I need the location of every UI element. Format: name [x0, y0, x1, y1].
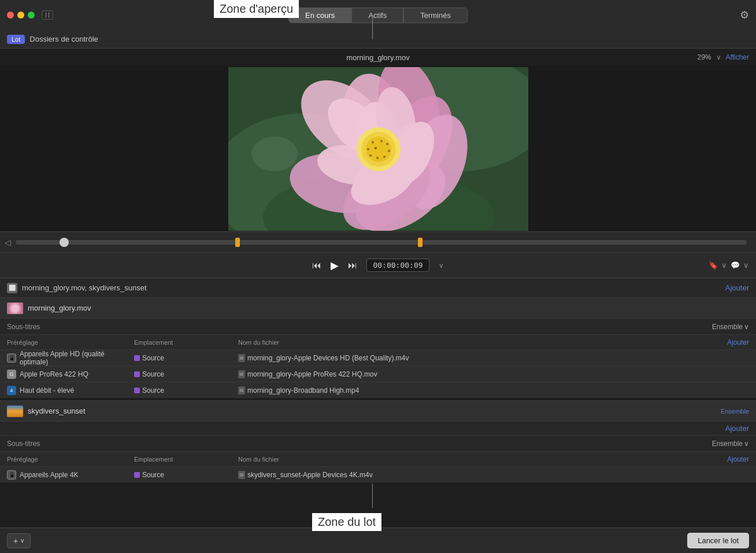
file-1-subtitles-label: Sous-titres: [7, 323, 40, 331]
filename-text-3: morning_glory-Broadband High.mp4: [247, 386, 359, 395]
batch-icon: ⬜: [7, 283, 17, 293]
file-2-name: skydivers_sunset: [28, 407, 86, 415]
batch-title: morning_glory.mov, skydivers_sunset: [22, 283, 147, 292]
settings-icon[interactable]: ⚙: [740, 9, 749, 21]
file-icon-sky-1: ▤: [238, 471, 245, 479]
col-location-header-2: Emplacement: [134, 456, 238, 463]
location-icon-sky-1: [134, 472, 140, 478]
preset-4-icon: 4: [7, 386, 16, 395]
preview-filename: morning_glory.mov: [346, 53, 410, 62]
file-1-thumbnail: [7, 303, 23, 314]
location-icon-3: [134, 388, 140, 393]
col-location-header: Emplacement: [134, 339, 238, 346]
file-2-thumbnail: [7, 405, 23, 417]
svg-point-29: [376, 157, 379, 159]
location-text-2: Source: [142, 370, 164, 378]
preview-area: [0, 66, 756, 231]
dossiers-link[interactable]: Dossiers de contrôle: [29, 35, 98, 43]
skip-back-button[interactable]: ⏮: [312, 260, 321, 271]
location-cell-3: Source: [134, 386, 238, 395]
bottom-bar: + ∨ Lancer le lot: [0, 528, 756, 553]
svg-point-25: [380, 140, 383, 142]
skip-forward-button[interactable]: ⏭: [348, 260, 357, 271]
filename-cell-1: ▤ morning_glory-Apple Devices HD (Best Q…: [238, 354, 749, 362]
location-text-3: Source: [142, 386, 164, 395]
batch-ajouter-button[interactable]: Ajouter: [725, 283, 749, 292]
preset-name-sky-1: Appareils Apple 4K: [20, 471, 134, 479]
svg-point-32: [375, 147, 377, 149]
location-cell-1: Source: [134, 354, 238, 362]
location-text-sky-1: Source: [142, 471, 164, 479]
chevron-down-icon: ∨: [20, 537, 24, 544]
preset-name-3: Haut débit - élevé: [20, 386, 134, 395]
table-row: G Apple ProRes 422 HQ Source ▤ morning_g…: [0, 366, 756, 382]
timecode-display: 00:00:00:09: [366, 259, 429, 272]
file-1-ensemble-button[interactable]: Ensemble ∨: [712, 323, 749, 331]
svg-point-23: [366, 137, 391, 162]
file-2-header: skydivers_sunset Ensemble: [0, 400, 756, 421]
launch-button[interactable]: Lancer le lot: [687, 533, 749, 548]
table-row: 4 Haut débit - élevé Source ▤ morning_gl…: [0, 382, 756, 398]
view-button[interactable]: Afficher: [726, 53, 749, 61]
annotation-line-bottom: [372, 484, 373, 508]
file-1-ajouter-button[interactable]: Ajouter: [727, 338, 749, 346]
file-1-name: morning_glory.mov: [28, 304, 91, 312]
col-preset-header: Préréglage: [7, 339, 134, 346]
preview-controls-right: 29% ∨ Afficher: [698, 53, 750, 61]
timeline-marker-2: [418, 238, 423, 247]
add-button[interactable]: + ∨: [7, 533, 31, 548]
svg-point-31: [367, 148, 369, 150]
tab-actifs[interactable]: Actifs: [351, 8, 403, 23]
flower-svg: [228, 67, 528, 231]
preset-phone-icon: 📱: [7, 353, 16, 363]
tab-termines[interactable]: Terminés: [403, 8, 468, 23]
file-2-ajouter-btn-2[interactable]: Ajouter: [727, 455, 749, 463]
timeline-start-icon[interactable]: ◁: [5, 238, 11, 247]
preset-g-icon: G: [7, 370, 16, 379]
flower-thumb: [7, 303, 23, 314]
batch-header: ⬜ morning_glory.mov, skydivers_sunset Aj…: [0, 278, 756, 297]
svg-point-26: [386, 143, 388, 145]
close-button[interactable]: [7, 12, 14, 19]
bookmark-icon[interactable]: 🔖: [709, 261, 718, 270]
tab-en-cours[interactable]: En cours: [288, 8, 351, 23]
traffic-lights: [7, 12, 35, 19]
playback-bar: ⏮ ▶ ⏭ 00:00:00:09 ∨ 🔖 ∨ 💬 ∨: [0, 252, 756, 278]
file-icon-2: ▤: [238, 370, 245, 378]
file-2-ensemble-button[interactable]: Ensemble ∨: [712, 440, 749, 448]
sidebar-toggle-icon: [46, 12, 49, 18]
file-2-ajouter-button[interactable]: Ajouter: [725, 424, 749, 433]
sky-thumb: [7, 405, 23, 417]
file-1-table-header: Préréglage Emplacement Nom du fichier Aj…: [0, 334, 756, 349]
location-cell-2: Source: [134, 370, 238, 378]
svg-point-27: [388, 150, 390, 152]
filename-text-1: morning_glory-Apple Devices HD (Best Qua…: [247, 354, 409, 362]
file-icon-1: ▤: [238, 354, 245, 362]
titlebar: En cours Actifs Terminés ⚙: [0, 0, 756, 30]
minimize-button[interactable]: [17, 12, 24, 19]
file-2-table-header: Préréglage Emplacement Nom du fichier Aj…: [0, 451, 756, 466]
play-button[interactable]: ▶: [331, 259, 339, 272]
filename-cell-sky-1: ▤ skydivers_sunset-Apple Devices 4K.m4v: [238, 471, 749, 479]
subtitle-bar: Lot Dossiers de contrôle: [0, 30, 756, 49]
timeline-bar: ◁: [0, 231, 756, 252]
location-icon-2: [134, 371, 140, 377]
sidebar-toggle[interactable]: [42, 10, 53, 20]
preset-name-1: Appareils Apple HD (qualité optimale): [20, 350, 134, 366]
lot-badge: Lot: [7, 35, 25, 44]
preset-phone-icon-2: 📱: [7, 470, 16, 480]
plus-icon: +: [13, 536, 18, 545]
timeline-track[interactable]: [16, 240, 747, 245]
speech-bubble-icon[interactable]: 💬: [731, 261, 740, 270]
col-preset-header-2: Préréglage: [7, 456, 134, 463]
location-text-1: Source: [142, 354, 164, 362]
table-row: 📱 Appareils Apple 4K Source ▤ skydivers_…: [0, 466, 756, 482]
maximize-button[interactable]: [28, 12, 35, 19]
video-frame: [228, 67, 528, 231]
filename-text-sky-1: skydivers_sunset-Apple Devices 4K.m4v: [247, 471, 373, 479]
file-2-ajouter-row: Ajouter: [0, 421, 756, 435]
svg-point-30: [369, 154, 372, 157]
timeline-thumb[interactable]: [60, 238, 69, 247]
file-1-header: morning_glory.mov: [0, 297, 756, 318]
file-icon-3: ▤: [238, 386, 245, 395]
